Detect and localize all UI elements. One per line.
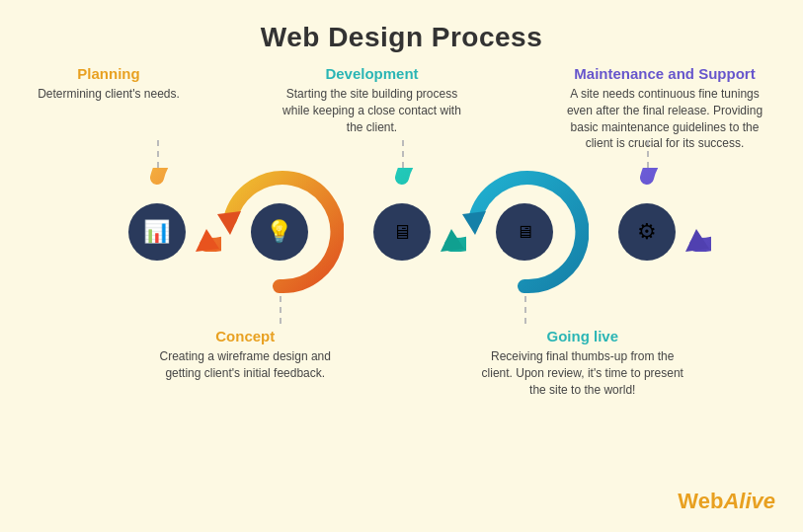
going-live-title: Going live <box>479 328 686 344</box>
maintenance-circle: ⚙ <box>583 168 711 296</box>
planning-label: Planning Determining client's needs. <box>30 65 188 152</box>
going-live-icon: 🖥 <box>496 203 553 261</box>
maintenance-desc: A site needs continuous fine tunings eve… <box>556 86 773 152</box>
concept-icon: 💡 <box>251 203 308 261</box>
concept-title: Concept <box>146 328 344 344</box>
page-title: Web Design Process <box>261 22 542 53</box>
concept-circle: 💡 <box>215 168 344 296</box>
going-live-label: Going live Receiving final thumbs-up fro… <box>479 328 686 398</box>
watermark: WebAlive <box>678 489 775 514</box>
planning-desc: Determining client's needs. <box>30 86 188 103</box>
planning-title: Planning <box>30 65 188 82</box>
svg-marker-3 <box>462 211 486 235</box>
development-title: Development <box>274 65 471 82</box>
watermark-web: Web <box>678 489 723 513</box>
planning-icon: 📊 <box>128 203 186 261</box>
planning-top-dotted <box>157 140 159 168</box>
development-desc: Starting the site building process while… <box>274 86 471 135</box>
going-live-desc: Receiving final thumbs-up from the clien… <box>479 348 686 398</box>
development-icon: 🖥 <box>373 203 431 261</box>
concept-desc: Creating a wireframe design and getting … <box>146 348 344 382</box>
maintenance-title: Maintenance and Support <box>556 65 773 82</box>
svg-marker-1 <box>217 211 241 235</box>
planning-circle: 📊 <box>93 168 221 296</box>
going-live-circle: 🖥 <box>460 168 589 296</box>
concept-label: Concept Creating a wireframe design and … <box>146 328 344 398</box>
main-container: Web Design Process Planning Determining … <box>0 0 803 532</box>
maintenance-top-dotted <box>647 140 649 168</box>
maintenance-label: Maintenance and Support A site needs con… <box>556 65 773 152</box>
development-circle: 🖥 <box>338 168 466 296</box>
development-top-dotted <box>402 140 404 168</box>
maintenance-icon: ⚙ <box>618 203 676 261</box>
watermark-alive: Alive <box>723 489 775 513</box>
development-label: Development Starting the site building p… <box>274 65 471 152</box>
going-live-bottom-dotted <box>524 296 526 324</box>
concept-bottom-dotted <box>280 296 281 324</box>
